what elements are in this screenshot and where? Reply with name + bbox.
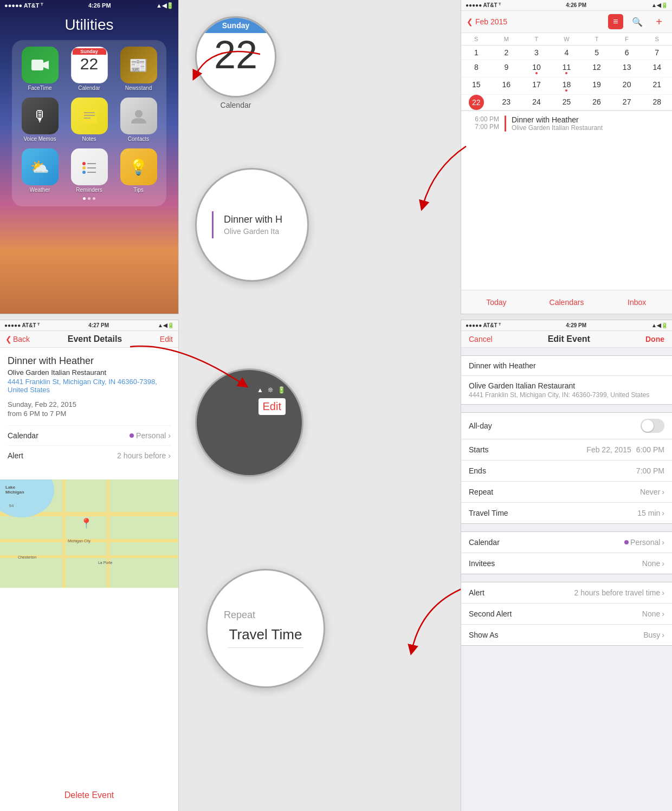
app-icon-contacts[interactable]: Contacts: [117, 98, 160, 142]
ee-invitees-label: Invitees: [469, 559, 495, 568]
ee-ends-row[interactable]: Ends 7:00 PM: [461, 460, 672, 482]
cal-cell-6[interactable]: 6: [612, 46, 642, 60]
calendar-icon[interactable]: Sunday 22: [71, 47, 108, 83]
cal-cell-7[interactable]: 7: [642, 46, 672, 60]
ee-starts-row[interactable]: Starts Feb 22, 2015 6:00 PM: [461, 439, 672, 460]
ee-location-field[interactable]: Olive Garden Italian Restaurant 4441 Fra…: [461, 376, 672, 404]
cal-view-icon[interactable]: ≡: [608, 14, 623, 29]
cal-cell-11[interactable]: 11: [552, 60, 582, 77]
ee-travel-chevron: ›: [662, 509, 664, 517]
ee-showas-val: Busy: [643, 631, 660, 639]
cal-cell-2[interactable]: 2: [492, 46, 522, 60]
cal-tab-inbox[interactable]: Inbox: [602, 290, 672, 314]
cal-cell-3[interactable]: 3: [521, 46, 552, 60]
app-icon-newsstand[interactable]: 📰 Newsstand: [117, 47, 160, 91]
cal-cell-13[interactable]: 13: [612, 60, 642, 77]
ee-invitees-row[interactable]: Invitees None ›: [461, 553, 672, 574]
facetime-icon[interactable]: [22, 47, 59, 83]
ee-travel-row[interactable]: Travel Time 15 min ›: [461, 503, 672, 523]
cal-back-chevron: ❮: [467, 17, 473, 26]
app-icon-calendar[interactable]: Sunday 22 Calendar: [68, 47, 111, 91]
ee-alert-section: Alert 2 hours before travel time › Secon…: [461, 582, 672, 646]
cal-cell-27[interactable]: 27: [612, 95, 642, 110]
ee-calendar-row[interactable]: Calendar Personal ›: [461, 532, 672, 553]
ee-second-alert-row[interactable]: Second Alert None ›: [461, 604, 672, 625]
dot-1: [83, 197, 86, 200]
tips-icon[interactable]: 💡: [120, 148, 157, 185]
cal-tab-calendars[interactable]: Calendars: [532, 290, 602, 314]
weather-icon[interactable]: ⛅: [22, 148, 59, 185]
cal-cell-26[interactable]: 26: [581, 95, 612, 110]
app-icon-reminders[interactable]: Reminders: [68, 148, 111, 193]
cal-cell-9[interactable]: 9: [492, 60, 522, 77]
ee-time: 4:29 PM: [566, 322, 586, 328]
event-color-bar: [212, 211, 214, 238]
ed-alert-val: 2 hours before: [117, 451, 166, 460]
app-grid: FaceTime Sunday 22 Calendar 📰 Newsstand …: [18, 47, 160, 193]
ee-done-button[interactable]: Done: [645, 335, 664, 343]
travel-zoom-main: Travel Time: [229, 626, 302, 643]
ee-allday-toggle[interactable]: [641, 419, 664, 433]
ed-calendar-val: Personal: [136, 431, 166, 440]
ed-event-address[interactable]: 4441 Franklin St, Michigan City, IN 4636…: [8, 378, 171, 394]
cal-add-icon[interactable]: +: [651, 14, 667, 29]
cal-cell-4[interactable]: 4: [552, 46, 582, 60]
ed-map[interactable]: 94 📍 LakeMichigan Michigan City Chestert…: [0, 479, 178, 588]
reminders-icon[interactable]: [71, 148, 108, 185]
cal-search-icon[interactable]: 🔍: [630, 14, 645, 29]
app-icon-voicememo[interactable]: 🎙 Voice Memos: [18, 98, 61, 142]
cal-event-item[interactable]: 6:00 PM 7:00 PM Dinner with Heather Oliv…: [467, 115, 667, 132]
cal-tab-today[interactable]: Today: [461, 290, 532, 314]
cal-cell-23[interactable]: 23: [492, 95, 522, 110]
app-icon-facetime[interactable]: FaceTime: [18, 47, 61, 91]
cal-cell-28[interactable]: 28: [642, 95, 672, 110]
cal-cell-24[interactable]: 24: [521, 95, 552, 110]
cal-cell-18[interactable]: 18: [552, 77, 582, 94]
ee-showas-row[interactable]: Show As Busy ›: [461, 625, 672, 645]
ee-alert-row[interactable]: Alert 2 hours before travel time ›: [461, 582, 672, 604]
cal-cell-14[interactable]: 14: [642, 60, 672, 77]
app-icon-notes[interactable]: Notes: [68, 98, 111, 142]
ee-invitees-value: None ›: [642, 559, 664, 568]
reminders-label: Reminders: [76, 187, 102, 193]
cal-cell-17[interactable]: 17: [521, 77, 552, 94]
svg-rect-0: [31, 60, 43, 70]
ed-delete-button[interactable]: Delete Event: [0, 790, 178, 800]
home-status-bar: ●●●●● AT&T ᵀ 4:26 PM ▲◀🔋: [0, 0, 178, 11]
ee-time-section: All-day Starts Feb 22, 2015 6:00 PM Ends…: [461, 412, 672, 524]
svg-point-7: [82, 162, 86, 165]
ee-address: 4441 Franklin St, Michigan City, IN: 463…: [469, 391, 664, 399]
cal-cell-25[interactable]: 25: [552, 95, 582, 110]
newsstand-icon[interactable]: 📰: [120, 47, 157, 83]
ee-cancel-button[interactable]: Cancel: [469, 335, 493, 343]
cal-cell-22[interactable]: 22: [461, 95, 492, 110]
cal-nav: ❮ Feb 2015 ≡ 🔍 +: [461, 11, 672, 33]
map-label-laporte: La Porte: [98, 561, 112, 565]
ee-repeat-row[interactable]: Repeat Never ›: [461, 482, 672, 503]
ee-travel-val: 15 min: [637, 509, 660, 517]
cal-cell-15[interactable]: 15: [461, 77, 492, 94]
cal-cell-16[interactable]: 16: [492, 77, 522, 94]
cal-cell-12[interactable]: 12: [581, 60, 612, 77]
contacts-icon[interactable]: [120, 98, 157, 134]
voicememo-icon[interactable]: 🎙: [22, 98, 59, 134]
cal-cell-19[interactable]: 19: [581, 77, 612, 94]
cal-cell-1[interactable]: 1: [461, 46, 492, 60]
ed-back-button[interactable]: ❮ Back: [5, 335, 30, 343]
cal-cell-8[interactable]: 8: [461, 60, 492, 77]
cal-cell-20[interactable]: 20: [612, 77, 642, 94]
cal-cell-21[interactable]: 21: [642, 77, 672, 94]
ed-alert-label: Alert: [8, 451, 23, 460]
ed-edit-button[interactable]: Edit: [160, 335, 173, 343]
ee-alert-value: 2 hours before travel time ›: [574, 588, 664, 597]
cal-cell-10[interactable]: 10: [521, 60, 552, 77]
app-icon-tips[interactable]: 💡 Tips: [117, 148, 160, 193]
cal-cell-5[interactable]: 5: [581, 46, 612, 60]
notes-icon[interactable]: [71, 98, 108, 134]
app-icon-weather[interactable]: ⛅ Weather: [18, 148, 61, 193]
ee-name-field[interactable]: Dinner with Heather: [461, 356, 672, 376]
today-badge[interactable]: 22: [469, 95, 484, 110]
cal-back-label: Feb 2015: [475, 17, 507, 26]
cal-back-button[interactable]: ❮ Feb 2015: [467, 17, 507, 26]
edit-zoom-label[interactable]: Edit: [259, 398, 286, 415]
